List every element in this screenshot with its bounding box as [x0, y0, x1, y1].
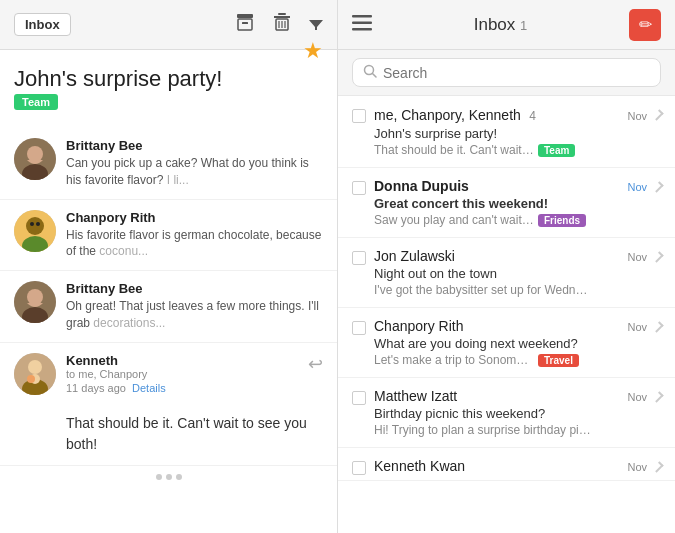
- kenneth-body: That should be it. Can't wait to see you…: [14, 413, 323, 455]
- email-top-row: Chanpory Rith Nov: [374, 318, 647, 334]
- arrow-indicator: [652, 321, 663, 332]
- email-content: me, Chanpory, Kenneth 4 Nov John's surpr…: [374, 106, 647, 157]
- right-panel: Inbox 1 ✏ me, Chanpory,: [338, 0, 675, 533]
- email-content: Jon Zulawski Nov Night out on the town I…: [374, 248, 647, 297]
- email-checkbox[interactable]: [352, 251, 366, 265]
- email-content: Chanpory Rith Nov What are you doing nex…: [374, 318, 647, 367]
- email-top-row: me, Chanpory, Kenneth 4 Nov: [374, 106, 647, 124]
- svg-point-17: [36, 222, 40, 226]
- left-header: Inbox: [0, 0, 337, 50]
- search-input-wrapper: [352, 58, 661, 87]
- message-content: Brittany Bee Can you pick up a cake? Wha…: [66, 138, 323, 189]
- email-top-row: Jon Zulawski Nov: [374, 248, 647, 264]
- email-checkbox[interactable]: [352, 461, 366, 475]
- svg-rect-26: [352, 15, 372, 18]
- svg-point-14: [26, 217, 44, 235]
- email-top-row: Kenneth Kwan Nov: [374, 458, 647, 474]
- avatar: [14, 210, 56, 252]
- inbox-badge[interactable]: Inbox: [14, 13, 71, 36]
- email-content: Kenneth Kwan Nov: [374, 458, 647, 476]
- svg-rect-27: [352, 22, 372, 25]
- svg-rect-3: [274, 16, 290, 18]
- svg-line-30: [373, 74, 377, 78]
- email-checkbox[interactable]: [352, 391, 366, 405]
- menu-icon[interactable]: [352, 15, 372, 34]
- kenneth-date: 11 days ago Details: [66, 382, 298, 394]
- more-messages-indicator: [0, 466, 337, 488]
- message-item[interactable]: Brittany Bee Can you pick up a cake? Wha…: [0, 128, 337, 200]
- left-header-icons: [235, 12, 323, 37]
- message-text: Oh great! That just leaves a few more th…: [66, 298, 323, 332]
- reply-icon: ↩: [308, 353, 323, 375]
- email-tag: Team: [538, 144, 575, 157]
- thread-title: John's surprise party! ★: [14, 66, 323, 92]
- email-top-row: Donna Dupuis Nov: [374, 178, 647, 194]
- search-bar: [338, 50, 675, 96]
- message-content: Brittany Bee Oh great! That just leaves …: [66, 281, 323, 332]
- email-item[interactable]: me, Chanpory, Kenneth 4 Nov John's surpr…: [338, 96, 675, 168]
- email-item[interactable]: Donna Dupuis Nov Great concert this week…: [338, 168, 675, 238]
- email-item[interactable]: Jon Zulawski Nov Night out on the town I…: [338, 238, 675, 308]
- kenneth-to: to me, Chanpory: [66, 368, 298, 380]
- kenneth-avatar: [14, 353, 56, 395]
- messages-list: Brittany Bee Can you pick up a cake? Wha…: [0, 120, 337, 533]
- message-text: His favorite flavor is german chocolate,…: [66, 227, 323, 261]
- svg-point-25: [27, 375, 35, 383]
- email-tag: Travel: [538, 354, 579, 367]
- archive-icon[interactable]: [235, 12, 255, 37]
- filter-icon[interactable]: [309, 14, 323, 35]
- kenneth-meta: Kenneth to me, Chanpory 11 days ago Deta…: [66, 353, 298, 394]
- details-link[interactable]: Details: [132, 382, 166, 394]
- email-list: me, Chanpory, Kenneth 4 Nov John's surpr…: [338, 96, 675, 533]
- inbox-title: Inbox 1: [382, 15, 619, 35]
- svg-rect-0: [237, 14, 253, 18]
- arrow-indicator: [652, 109, 663, 120]
- email-checkbox[interactable]: [352, 109, 366, 123]
- arrow-indicator: [652, 251, 663, 262]
- arrow-indicator: [652, 391, 663, 402]
- email-sender: me, Chanpory, Kenneth 4: [374, 106, 536, 124]
- email-item[interactable]: Chanpory Rith Nov What are you doing nex…: [338, 308, 675, 378]
- compose-button[interactable]: ✏: [629, 9, 661, 41]
- search-icon: [363, 64, 377, 81]
- left-panel: Inbox: [0, 0, 338, 533]
- svg-rect-1: [238, 19, 252, 30]
- message-sender: Brittany Bee: [66, 138, 323, 153]
- svg-point-19: [27, 289, 43, 305]
- email-content: Donna Dupuis Nov Great concert this week…: [374, 178, 647, 227]
- compose-icon: ✏: [639, 15, 652, 34]
- star-icon[interactable]: ★: [303, 38, 323, 64]
- email-item[interactable]: Matthew Izatt Nov Birthday picnic this w…: [338, 378, 675, 448]
- arrow-indicator: [652, 181, 663, 192]
- search-input[interactable]: [383, 65, 650, 81]
- email-checkbox[interactable]: [352, 181, 366, 195]
- email-content: Matthew Izatt Nov Birthday picnic this w…: [374, 388, 647, 437]
- thread-title-section: John's surprise party! ★ Team: [0, 50, 337, 120]
- delete-icon[interactable]: [273, 12, 291, 37]
- email-item[interactable]: Kenneth Kwan Nov: [338, 448, 675, 481]
- avatar: [14, 281, 56, 323]
- message-sender: Brittany Bee: [66, 281, 323, 296]
- kenneth-sender-name: Kenneth: [66, 353, 298, 368]
- kenneth-header: Kenneth to me, Chanpory 11 days ago Deta…: [14, 353, 323, 395]
- email-tag: Friends: [538, 214, 586, 227]
- svg-rect-4: [278, 13, 286, 15]
- svg-point-16: [30, 222, 34, 226]
- email-checkbox[interactable]: [352, 321, 366, 335]
- message-content: Chanpory Rith His favorite flavor is ger…: [66, 210, 323, 261]
- right-header: Inbox 1 ✏: [338, 0, 675, 50]
- message-item[interactable]: Brittany Bee Oh great! That just leaves …: [0, 271, 337, 343]
- svg-marker-9: [309, 20, 323, 30]
- avatar: [14, 138, 56, 180]
- svg-rect-2: [242, 22, 248, 24]
- kenneth-message[interactable]: Kenneth to me, Chanpory 11 days ago Deta…: [0, 343, 337, 466]
- svg-rect-28: [352, 28, 372, 31]
- message-item[interactable]: Chanpory Rith His favorite flavor is ger…: [0, 200, 337, 272]
- email-top-row: Matthew Izatt Nov: [374, 388, 647, 404]
- thread-title-text: John's surprise party!: [14, 66, 222, 91]
- arrow-indicator: [652, 461, 663, 472]
- thread-tag[interactable]: Team: [14, 94, 58, 110]
- svg-point-22: [28, 360, 42, 374]
- message-text: Can you pick up a cake? What do you thin…: [66, 155, 323, 189]
- unread-count: 1: [520, 18, 527, 33]
